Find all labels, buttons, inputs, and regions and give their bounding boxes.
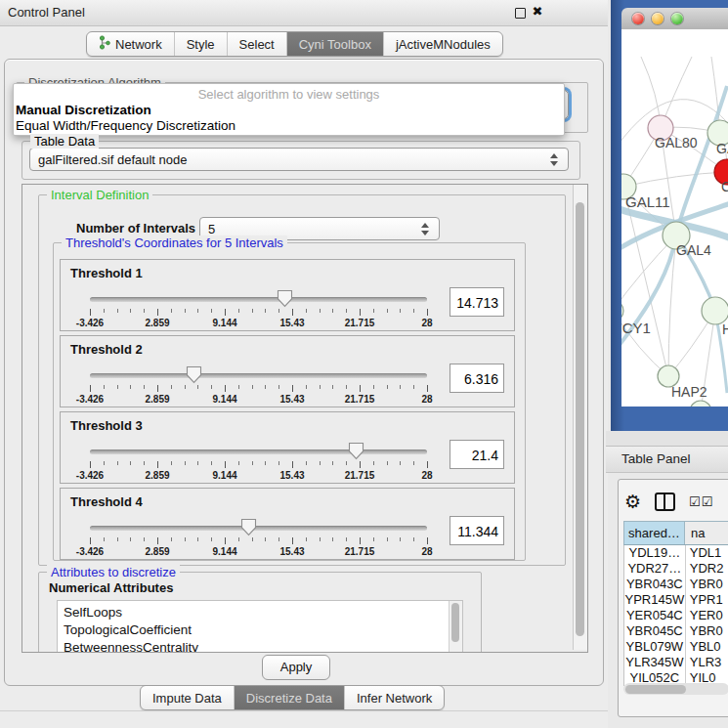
tick-mark [265,309,266,313]
threshold-value-field[interactable]: 21.4 [450,440,504,469]
close-icon[interactable]: ✖ [532,6,543,18]
tab-style[interactable]: Style [175,32,228,56]
cell-name[interactable]: YBR0 [686,623,728,639]
tick-mark [225,385,226,392]
tick-mark [90,385,91,392]
screen: Control Panel ✖ Network Style Select Cyn… [0,0,728,728]
tick-mark [225,537,226,544]
apply-button[interactable]: Apply [262,655,330,680]
cell-name[interactable]: YBR0 [686,577,728,592]
cell-name[interactable]: YDR2 [686,561,728,577]
cell-name[interactable]: YLR3 [686,655,728,670]
scale-tick-label: 9.144 [212,394,236,405]
gear-icon[interactable]: ⚙ [624,491,641,512]
threshold-value-field[interactable]: 14.713 [450,287,504,317]
threshold-slider[interactable]: -3.4262.8599.14415.4321.71528 [90,369,427,403]
tick-mark [373,461,374,465]
checkbox-icon[interactable]: ☑ [702,494,713,509]
scale-tick-label: -3.426 [76,546,104,557]
scale-tick-label: 9.144 [212,546,236,557]
checkbox-icon[interactable]: ☑ [689,494,701,509]
cell-shared-name[interactable]: YDL19… [624,545,686,561]
scrollbar-thumb[interactable] [576,202,584,636]
node-gcy1[interactable] [621,300,623,321]
scrollbar-thumb[interactable] [625,685,686,694]
cell-shared-name[interactable]: YPR145W [624,592,686,608]
cell-shared-name[interactable]: YDR27… [624,561,686,577]
tab-network[interactable]: Network [87,32,175,56]
threshold-panel: Threshold 3 -3.4262.8599.14415.4321.7152… [60,411,515,484]
tab-infer-network[interactable]: Infer Network [345,686,444,709]
slider-ticks [90,537,427,544]
table-row[interactable]: YER054CYER0 [624,608,728,623]
tab-jactivemnodules[interactable]: jActiveMNodules [384,32,502,56]
cell-shared-name[interactable]: YLR345W [624,655,686,670]
table-row[interactable]: YDR27…YDR2 [624,561,728,577]
tick-mark [104,309,105,313]
column-header-name[interactable]: na [685,522,728,544]
float-window-icon[interactable] [515,8,526,19]
tick-mark [400,461,401,465]
cell-shared-name[interactable]: YBL079W [624,639,686,655]
cell-shared-name[interactable]: YBR043C [624,577,686,592]
slider-track[interactable] [90,450,427,454]
node-h[interactable] [702,297,728,324]
threshold-value-field[interactable]: 11.344 [450,516,504,545]
cell-shared-name[interactable]: YBR045C [624,623,686,639]
tab-discretize-data[interactable]: Discretize Data [235,686,345,709]
scale-tick-label: 28 [421,318,432,328]
attribute-item[interactable]: BetweennessCentrality [64,639,462,653]
tick-mark [387,309,388,313]
tab-select[interactable]: Select [228,32,287,56]
settings-scrollbar[interactable] [573,185,587,650]
table-row[interactable]: YBR045CYBR0 [624,623,728,639]
tab-impute-data[interactable]: Impute Data [141,686,235,709]
slider-track[interactable] [90,297,427,302]
tick-mark [252,309,253,313]
cell-name[interactable]: YPR1 [686,592,728,608]
table-row[interactable]: YBR043CYBR0 [624,577,728,592]
slider-track[interactable] [90,526,427,531]
node-label-partial-c: C [721,179,728,194]
tick-mark [211,385,212,389]
attributes-scrollbar[interactable] [449,601,462,653]
attribute-item[interactable]: SelfLoops [64,604,462,621]
mac-close-button[interactable] [632,13,644,24]
tick-mark [157,537,158,544]
split-columns-icon[interactable] [655,492,675,511]
tab-cyni-toolbox[interactable]: Cyni Toolbox [287,32,384,56]
column-header-shared[interactable]: shared… [624,522,685,544]
threshold-slider[interactable]: -3.4262.8599.14415.4321.71528 [90,293,427,326]
table-row[interactable]: YDL19…YDL1 [624,545,728,561]
dropdown-option-manual[interactable]: Manual Discretization [16,103,151,117]
tick-mark [197,461,198,465]
table-data-combobox[interactable]: galFiltered.sif default node [29,148,569,171]
tick-mark [265,537,266,541]
cell-name[interactable]: YBL0 [686,639,728,655]
cell-name[interactable]: YDL1 [686,545,728,561]
table-row[interactable]: YPR145WYPR1 [624,592,728,608]
table-row[interactable]: YBL079WYBL0 [624,639,728,655]
tick-mark [278,537,279,541]
threshold-slider[interactable]: -3.4262.8599.14415.4321.71528 [90,446,427,479]
node-partial-bottom[interactable] [690,401,711,407]
tick-mark [332,461,333,465]
table-hscrollbar[interactable] [623,683,728,695]
tick-mark [238,385,239,389]
mac-zoom-button[interactable] [671,13,683,24]
slider-track[interactable] [90,373,427,378]
scrollbar-thumb[interactable] [451,603,459,642]
network-canvas[interactable]: GAL80 GA C GAL11 GAL4 GCY1 H HAP2 [621,29,728,407]
threshold-value-field[interactable]: 6.316 [450,364,504,393]
interval-definition-group: Interval Definition Number of Intervals … [38,194,566,566]
table-row[interactable]: YLR345WYLR3 [624,655,728,670]
mac-minimize-button[interactable] [652,13,664,24]
attribute-items: SelfLoopsTopologicalCoefficientBetweenne… [58,601,462,653]
cell-name[interactable]: YER0 [686,608,728,623]
tick-mark [197,385,198,389]
threshold-slider[interactable]: -3.4262.8599.14415.4321.71528 [90,522,427,555]
dropdown-option-equal-width[interactable]: Equal Width/Frequency Discretization [16,118,236,133]
cell-shared-name[interactable]: YER054C [624,608,686,623]
numerical-attributes-label: Numerical Attributes [49,580,173,595]
attribute-item[interactable]: TopologicalCoefficient [64,621,462,639]
